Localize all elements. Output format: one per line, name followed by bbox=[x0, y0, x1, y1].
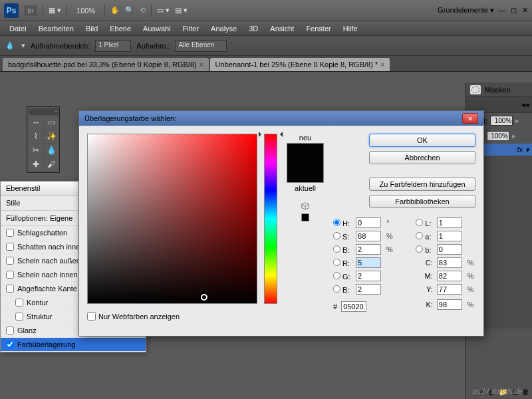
bb-input[interactable] bbox=[356, 284, 381, 295]
dialog-titlebar[interactable]: Überlagerungsfarbe wählen: ✕ bbox=[79, 111, 483, 126]
b3-radio[interactable]: B: bbox=[333, 285, 352, 294]
style-label: Schein nach innen bbox=[17, 271, 78, 279]
marquee-tool-icon[interactable]: ▭ bbox=[44, 116, 59, 129]
cube-icon[interactable] bbox=[301, 201, 310, 211]
style-checkbox[interactable] bbox=[6, 243, 14, 251]
close-button[interactable]: ✕ bbox=[462, 113, 478, 124]
rotate-tool-icon[interactable]: ⟲ bbox=[140, 6, 146, 15]
deck-input[interactable] bbox=[487, 131, 509, 141]
menu-bild[interactable]: Bild bbox=[80, 23, 103, 35]
tab-close-icon[interactable]: × bbox=[200, 61, 203, 68]
color-swatch[interactable] bbox=[287, 143, 324, 183]
style-checkbox[interactable] bbox=[15, 299, 23, 307]
h-input[interactable] bbox=[356, 217, 381, 228]
lasso-tool-icon[interactable]: ⌇ bbox=[29, 130, 43, 143]
menu-bearbeiten[interactable]: Bearbeiten bbox=[33, 23, 79, 35]
sample-layer-select[interactable]: Alle Ebenen bbox=[175, 40, 227, 52]
y-input[interactable] bbox=[437, 284, 462, 295]
maximize-icon[interactable]: ◻ bbox=[511, 6, 517, 15]
style-label: Struktur bbox=[27, 313, 53, 321]
menu-filter[interactable]: Filter bbox=[178, 23, 204, 35]
watermark: psd-tutorials.de bbox=[473, 387, 523, 395]
bridge-logo-icon[interactable]: Br bbox=[24, 5, 37, 16]
l-radio[interactable]: L: bbox=[416, 219, 433, 227]
style-item[interactable]: Farbüberlagerung bbox=[1, 338, 146, 352]
style-checkbox[interactable] bbox=[6, 257, 14, 265]
kraft-input[interactable] bbox=[490, 116, 513, 126]
l-input[interactable] bbox=[437, 217, 462, 228]
style-checkbox[interactable] bbox=[15, 313, 23, 321]
a-radio[interactable]: a: bbox=[416, 232, 433, 241]
a-input[interactable] bbox=[437, 231, 462, 241]
b2-radio[interactable]: b: bbox=[416, 245, 433, 254]
add-swatch-button[interactable]: Zu Farbfeldern hinzufügen bbox=[369, 178, 475, 191]
b-input[interactable] bbox=[356, 244, 381, 255]
style-checkbox[interactable] bbox=[6, 271, 14, 279]
menu-auswahl[interactable]: Auswahl bbox=[138, 23, 176, 35]
g-radio[interactable]: G: bbox=[333, 272, 352, 281]
sample-size-label: Aufnahmebereich: bbox=[31, 42, 90, 50]
photoshop-logo-icon: Ps bbox=[4, 3, 19, 18]
style-checkbox[interactable] bbox=[6, 327, 14, 334]
hex-input[interactable] bbox=[341, 301, 366, 312]
style-checkbox[interactable] bbox=[6, 340, 14, 348]
document-tabs: badgirlsilhouette.psd bei 33,3% (Ebene 0… bbox=[0, 56, 532, 72]
style-label: Farbüberlagerung bbox=[17, 340, 75, 348]
menu-datei[interactable]: Datei bbox=[4, 23, 32, 35]
style-checkbox[interactable] bbox=[6, 285, 14, 293]
g-input[interactable] bbox=[356, 271, 381, 281]
cancel-button[interactable]: Abbrechen bbox=[369, 151, 475, 164]
menu-hilfe[interactable]: Hilfe bbox=[338, 23, 363, 35]
hue-slider[interactable] bbox=[264, 134, 277, 304]
saturation-value-field[interactable] bbox=[87, 134, 257, 304]
app-titlebar: Ps Br ▦ ▾ 100% ✋ 🔍 ⟲ ▭ ▾ ▤ ▾ Grundelemen… bbox=[0, 0, 532, 21]
eyedropper-tool-icon[interactable]: 💧 bbox=[4, 40, 16, 52]
screen-mode-icon[interactable]: ▭ ▾ bbox=[157, 6, 170, 15]
eyedropper-tool-icon[interactable]: 💧 bbox=[44, 144, 59, 157]
websafe-swatch[interactable] bbox=[301, 213, 309, 221]
b-radio[interactable]: B: bbox=[333, 245, 352, 254]
minimize-icon[interactable]: — bbox=[498, 6, 505, 15]
h-radio[interactable]: H: bbox=[333, 219, 352, 227]
layout-icon[interactable]: ▦ ▾ bbox=[49, 6, 61, 15]
document-tab[interactable]: Unbenannt-1 bei 25% (Ebene 0 Kopie 8, RG… bbox=[210, 58, 390, 71]
heal-tool-icon[interactable]: ✚ bbox=[29, 158, 43, 171]
b2-input[interactable] bbox=[437, 244, 462, 255]
k-input[interactable] bbox=[437, 299, 462, 310]
color-libraries-button[interactable]: Farbbibliotheken bbox=[369, 195, 475, 208]
style-label: Schein nach außen bbox=[17, 257, 80, 265]
tab-close-icon[interactable]: × bbox=[380, 61, 384, 68]
menu-fenster[interactable]: Fenster bbox=[301, 23, 336, 35]
s-radio[interactable]: S: bbox=[333, 232, 352, 241]
document-tab[interactable]: badgirlsilhouette.psd bei 33,3% (Ebene 0… bbox=[3, 58, 209, 71]
arrange-icon[interactable]: ▤ ▾ bbox=[175, 6, 188, 15]
r-input[interactable] bbox=[356, 257, 381, 268]
web-colors-checkbox[interactable]: Nur Webfarben anzeigen bbox=[87, 312, 257, 321]
style-checkbox[interactable] bbox=[6, 229, 14, 237]
close-icon[interactable]: ✕ bbox=[522, 6, 528, 15]
menu-ansicht[interactable]: Ansicht bbox=[265, 23, 299, 35]
move-tool-icon[interactable]: ↔ bbox=[29, 116, 43, 129]
menu-analyse[interactable]: Analyse bbox=[205, 23, 242, 35]
style-label: Schatten nach innen bbox=[17, 243, 84, 251]
crop-tool-icon[interactable]: ✂ bbox=[29, 144, 43, 157]
c-input[interactable] bbox=[437, 257, 462, 268]
sample-size-select[interactable]: 1 Pixel bbox=[95, 40, 131, 52]
hand-tool-icon[interactable]: ✋ bbox=[110, 6, 120, 15]
options-bar: 💧 ▾ Aufnahmebereich: 1 Pixel Aufnehm.: A… bbox=[0, 36, 532, 56]
zoom-tool-icon[interactable]: 🔍 bbox=[125, 6, 134, 15]
masks-panel-header[interactable]: Masken bbox=[466, 82, 532, 97]
ok-button[interactable]: OK bbox=[369, 134, 475, 147]
style-label: Glanz bbox=[17, 327, 37, 334]
menu-3d[interactable]: 3D bbox=[243, 23, 263, 35]
wand-tool-icon[interactable]: ✨ bbox=[44, 130, 59, 143]
zoom-level[interactable]: 100% bbox=[72, 5, 99, 16]
brush-tool-icon[interactable]: 🖌 bbox=[44, 158, 59, 171]
menu-ebene[interactable]: Ebene bbox=[104, 23, 136, 35]
r-radio[interactable]: R: bbox=[333, 259, 352, 267]
m-input[interactable] bbox=[437, 271, 462, 281]
workspace-switcher[interactable]: Grundelemente ▾ bbox=[438, 6, 494, 15]
color-cursor-icon bbox=[201, 294, 207, 301]
s-input[interactable] bbox=[356, 231, 381, 241]
trash-icon[interactable]: 🗑 bbox=[522, 388, 529, 396]
